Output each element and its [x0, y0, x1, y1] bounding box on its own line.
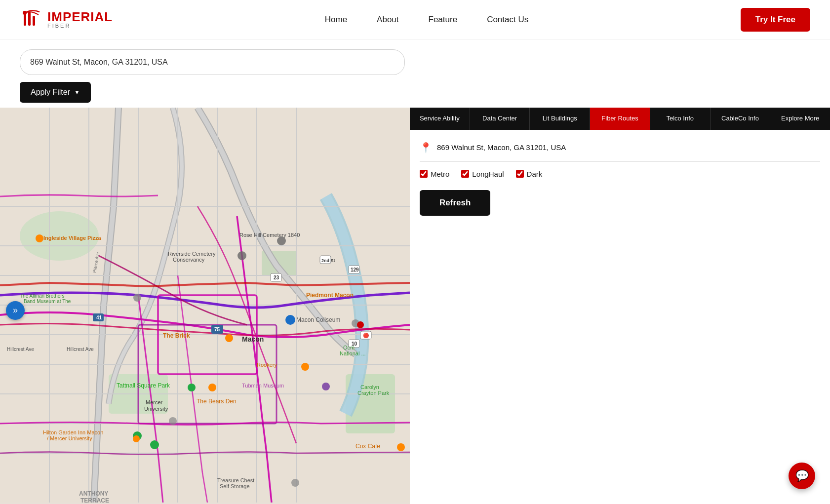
svg-point-31	[133, 294, 141, 302]
tab-explore-more[interactable]: Explore More	[770, 108, 830, 130]
svg-text:Hillcrest Ave: Hillcrest Ave	[67, 347, 94, 352]
panel-body: 📍 869 Walnut St, Macon, GA 31201, USA Me…	[410, 130, 830, 228]
header: IMPERIAL FIBER Home About Feature Contac…	[0, 0, 830, 39]
search-input[interactable]	[20, 49, 405, 75]
map-container[interactable]: »	[0, 108, 410, 504]
main-content: »	[0, 108, 830, 504]
nav-feature[interactable]: Feature	[429, 15, 458, 25]
filter-label: Apply Filter	[31, 88, 70, 97]
svg-point-58	[208, 384, 216, 391]
svg-point-51	[225, 334, 233, 342]
logo-subtitle: FIBER	[47, 23, 113, 29]
address-row: 📍 869 Walnut St, Macon, GA 31201, USA	[420, 142, 820, 162]
svg-point-34	[237, 251, 246, 260]
longhaul-checkbox-label[interactable]: LongHaul	[461, 170, 504, 178]
svg-text:Ingleside Village Pizza: Ingleside Village Pizza	[43, 235, 101, 241]
svg-text:Rookery: Rookery	[257, 362, 277, 368]
tab-service-ability[interactable]: Service Ability	[410, 108, 470, 130]
svg-text:Crayton Park: Crayton Park	[357, 390, 390, 396]
svg-rect-1	[28, 12, 31, 26]
map-svg: Ingleside Village Pizza The Allman Broth…	[0, 108, 410, 503]
svg-point-55	[322, 383, 330, 390]
metro-checkbox-label[interactable]: Metro	[420, 170, 449, 178]
svg-point-53	[301, 363, 309, 371]
nav-about[interactable]: About	[377, 15, 398, 25]
svg-text:The Bears Den: The Bears Den	[197, 398, 237, 405]
svg-text:Macon: Macon	[242, 335, 264, 343]
svg-text:Riverside Cemetery: Riverside Cemetery	[168, 251, 216, 257]
svg-text:Macon Coliseum: Macon Coliseum	[296, 316, 340, 323]
chat-icon: 💬	[795, 469, 809, 482]
svg-text:Tattnall Square Park: Tattnall Square Park	[117, 382, 170, 389]
search-area: Apply Filter ▼	[0, 39, 830, 108]
svg-point-28	[36, 234, 43, 242]
svg-point-57	[188, 384, 196, 391]
dark-label: Dark	[527, 170, 543, 178]
svg-text:The Brick: The Brick	[163, 332, 190, 339]
map-nav-button[interactable]: »	[6, 301, 25, 320]
svg-point-67	[133, 435, 140, 442]
svg-text:/ Mercer University: / Mercer University	[47, 435, 92, 441]
svg-point-69	[397, 443, 405, 451]
metro-label: Metro	[431, 170, 449, 178]
svg-text:Conservancy: Conservancy	[173, 257, 205, 263]
metro-checkbox[interactable]	[420, 170, 428, 178]
location-pin-icon: 📍	[420, 142, 432, 154]
svg-point-36	[277, 236, 286, 245]
svg-text:Hilton Garden Inn Macon: Hilton Garden Inn Macon	[43, 429, 103, 435]
nav-home[interactable]: Home	[325, 15, 347, 25]
svg-text:2nd St: 2nd St	[321, 258, 335, 263]
panel-address: 869 Walnut St, Macon, GA 31201, USA	[437, 143, 566, 152]
apply-filter-button[interactable]: Apply Filter ▼	[20, 82, 91, 103]
svg-text:Ocm: Ocm	[343, 345, 355, 350]
svg-text:Piedmont Macon: Piedmont Macon	[306, 292, 354, 299]
svg-rect-2	[33, 16, 35, 26]
svg-text:Treasure Chest: Treasure Chest	[217, 477, 254, 483]
svg-point-66	[150, 440, 159, 449]
try-it-free-button[interactable]: Try It Free	[741, 8, 810, 32]
svg-point-90	[357, 321, 364, 328]
svg-rect-0	[24, 14, 26, 26]
tabs-bar: Service Ability Data Center Lit Building…	[410, 108, 830, 130]
svg-text:Tubman Museum: Tubman Museum	[242, 383, 284, 388]
svg-text:ANTHONY: ANTHONY	[79, 490, 108, 497]
checkboxes-row: Metro LongHaul Dark	[420, 170, 820, 178]
longhaul-checkbox[interactable]	[461, 170, 469, 178]
longhaul-label: LongHaul	[472, 170, 504, 178]
logo-name: IMPERIAL	[47, 10, 113, 23]
svg-text:The Allman Brothers: The Allman Brothers	[20, 293, 65, 299]
refresh-button[interactable]: Refresh	[420, 190, 490, 216]
tab-fiber-routes[interactable]: Fiber Routes	[590, 108, 650, 130]
tab-telco-info[interactable]: Telco Info	[650, 108, 711, 130]
svg-point-62	[169, 417, 177, 425]
svg-text:75: 75	[214, 327, 220, 332]
svg-text:🔴: 🔴	[363, 332, 369, 339]
tab-lit-buildings[interactable]: Lit Buildings	[530, 108, 590, 130]
nav-contact[interactable]: Contact Us	[487, 15, 528, 25]
chat-bubble-button[interactable]: 💬	[789, 463, 815, 489]
tab-cableco-info[interactable]: CableCo Info	[711, 108, 771, 130]
svg-text:Band Museum at The: Band Museum at The	[24, 299, 71, 304]
main-nav: Home About Feature Contact Us	[325, 15, 528, 25]
dark-checkbox[interactable]	[516, 170, 524, 178]
svg-point-82	[291, 479, 299, 487]
svg-text:University: University	[144, 406, 168, 412]
svg-point-38	[285, 315, 295, 325]
svg-text:Rose Hill Cemetery 1840: Rose Hill Cemetery 1840	[239, 232, 300, 238]
svg-text:Carolyn: Carolyn	[360, 384, 379, 390]
logo: IMPERIAL FIBER	[20, 8, 113, 32]
dark-checkbox-label[interactable]: Dark	[516, 170, 543, 178]
chevron-right-icon: »	[13, 305, 18, 315]
right-panel: Service Ability Data Center Lit Building…	[410, 108, 830, 504]
svg-text:23: 23	[274, 275, 279, 280]
svg-text:National ...: National ...	[340, 350, 366, 356]
svg-text:TERRACE: TERRACE	[80, 497, 109, 503]
svg-text:41: 41	[96, 315, 102, 320]
tab-data-center[interactable]: Data Center	[470, 108, 530, 130]
svg-text:Hillcrest Ave: Hillcrest Ave	[7, 347, 34, 352]
logo-icon	[20, 8, 43, 32]
logo-text: IMPERIAL FIBER	[47, 10, 113, 29]
svg-text:Self Storage: Self Storage	[220, 483, 250, 489]
svg-text:129: 129	[351, 267, 359, 272]
svg-text:Cox Cafe: Cox Cafe	[356, 443, 380, 450]
